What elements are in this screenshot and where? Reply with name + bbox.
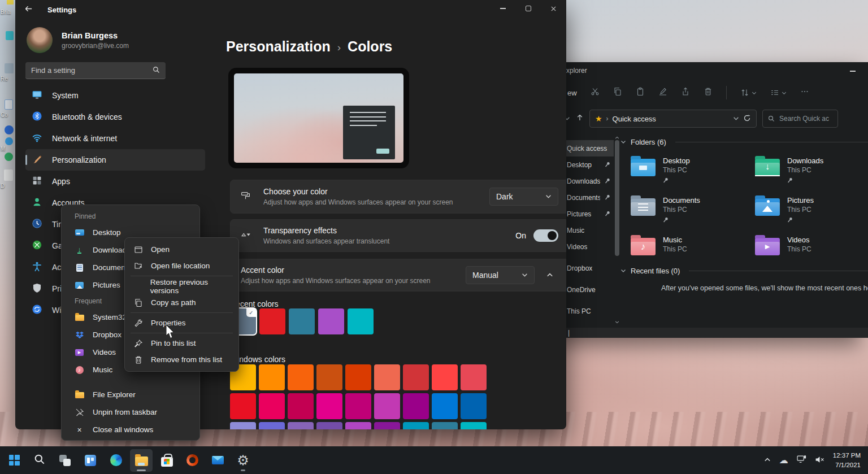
color-swatch[interactable] bbox=[289, 308, 315, 334]
sidebar-item-quick-access[interactable]: Quick access bbox=[558, 140, 614, 156]
color-swatch[interactable] bbox=[432, 393, 458, 419]
settings-titlebar[interactable]: Settings bbox=[15, 0, 566, 19]
color-swatch[interactable] bbox=[259, 364, 285, 390]
desktop-icon-fragment[interactable] bbox=[5, 137, 13, 145]
color-swatch[interactable] bbox=[230, 422, 256, 429]
menu-item-remove-from-list[interactable]: Remove from this list bbox=[125, 351, 238, 368]
office-button[interactable] bbox=[181, 449, 203, 472]
color-swatch[interactable] bbox=[348, 308, 374, 334]
folder-tile-documents[interactable]: DocumentsThis PC bbox=[631, 195, 755, 225]
store-button[interactable] bbox=[155, 449, 178, 472]
color-swatch[interactable] bbox=[316, 422, 342, 429]
color-swatch[interactable] bbox=[374, 422, 400, 429]
new-button[interactable]: ew bbox=[567, 89, 577, 97]
cut-icon[interactable] bbox=[591, 87, 600, 98]
menu-item-open-file-location[interactable]: Open file location bbox=[125, 258, 238, 274]
color-swatch[interactable] bbox=[403, 364, 429, 390]
desktop-icon-fragment[interactable] bbox=[6, 31, 14, 40]
color-swatch[interactable] bbox=[259, 393, 285, 419]
desktop-icon-fragment[interactable] bbox=[5, 125, 14, 134]
sidebar-item-dropbox[interactable]: Dropbox bbox=[558, 260, 614, 276]
volume-muted-icon[interactable] bbox=[815, 455, 824, 466]
folder-tile-music[interactable]: ♪ MusicThis PC bbox=[631, 234, 755, 255]
recent-files-section-header[interactable]: Recent files (0) bbox=[620, 267, 868, 275]
sidebar-item-onedrive[interactable]: OneDrive bbox=[558, 281, 614, 298]
menu-item-properties[interactable]: Properties bbox=[125, 315, 238, 331]
transparency-toggle[interactable] bbox=[533, 229, 558, 242]
mail-button[interactable] bbox=[206, 449, 229, 472]
sort-button[interactable] bbox=[740, 88, 757, 97]
taskbar-search-button[interactable] bbox=[28, 449, 51, 472]
color-swatch[interactable] bbox=[259, 422, 285, 429]
back-icon[interactable] bbox=[24, 5, 33, 15]
folder-tile-desktop[interactable]: DesktopThis PC bbox=[631, 155, 755, 185]
network-icon[interactable] bbox=[797, 455, 806, 466]
color-swatch[interactable] bbox=[288, 422, 314, 429]
collapse-icon[interactable] bbox=[620, 267, 626, 275]
color-swatch[interactable] bbox=[316, 393, 342, 419]
copy-icon[interactable] bbox=[613, 87, 622, 98]
sidebar-item-music[interactable]: Music bbox=[558, 222, 614, 238]
delete-icon[interactable] bbox=[704, 87, 713, 98]
user-profile[interactable]: Brian Burgess groovybrian@live.com bbox=[25, 27, 210, 53]
collapse-expander-icon[interactable] bbox=[541, 267, 558, 284]
sidebar-item-downloads[interactable]: Downloads bbox=[558, 173, 614, 189]
see-more-icon[interactable] bbox=[800, 87, 809, 98]
refresh-icon[interactable] bbox=[743, 114, 751, 124]
minimize-icon[interactable] bbox=[850, 71, 856, 72]
explorer-search-input[interactable]: Search Quick ac bbox=[762, 110, 838, 128]
sidebar-item-desktop[interactable]: Desktop bbox=[558, 156, 614, 173]
color-swatch[interactable] bbox=[345, 393, 371, 419]
close-icon[interactable] bbox=[541, 0, 566, 17]
color-swatch[interactable] bbox=[288, 364, 314, 390]
widgets-button[interactable] bbox=[79, 449, 102, 472]
jump-list-item-unpin[interactable]: Unpin from taskbar bbox=[62, 403, 199, 421]
sidebar-item-pictures[interactable]: Pictures bbox=[558, 206, 614, 222]
address-bar[interactable]: ★ › Quick access bbox=[589, 110, 757, 128]
folder-tile-videos[interactable]: ▶ VideosThis PC bbox=[755, 234, 868, 255]
desktop-icon-fragment[interactable] bbox=[5, 153, 13, 161]
collapse-icon[interactable] bbox=[620, 138, 626, 146]
menu-item-pin-to-list[interactable]: Pin to this list bbox=[125, 335, 238, 351]
folder-tile-downloads[interactable]: ↓ DownloadsThis PC bbox=[755, 155, 868, 185]
sidebar-item-system[interactable]: System bbox=[25, 85, 205, 106]
menu-item-restore-previous-versions[interactable]: Restore previous versions bbox=[125, 278, 238, 294]
file-explorer-button[interactable] bbox=[130, 449, 153, 472]
paste-icon[interactable] bbox=[636, 87, 645, 98]
up-icon[interactable] bbox=[576, 114, 584, 124]
clock[interactable]: 12:37 PM 7/1/2021 bbox=[833, 451, 861, 469]
explorer-titlebar[interactable]: xplorer bbox=[558, 62, 868, 79]
color-swatch[interactable] bbox=[374, 364, 400, 390]
desktop-icon-fragment[interactable] bbox=[7, 0, 14, 5]
accent-mode-dropdown[interactable]: Manual bbox=[466, 266, 535, 284]
sidebar-item-documents[interactable]: Documents bbox=[558, 189, 614, 206]
color-swatch[interactable] bbox=[259, 308, 285, 334]
start-button[interactable] bbox=[3, 449, 25, 472]
menu-item-copy-as-path[interactable]: Copy as path bbox=[125, 294, 238, 311]
color-swatch[interactable] bbox=[432, 364, 458, 390]
color-swatch[interactable] bbox=[461, 393, 487, 419]
sidebar-item-apps[interactable]: Apps bbox=[25, 171, 205, 192]
address-dropdown-icon[interactable] bbox=[733, 115, 739, 123]
sidebar-item-network[interactable]: Network & internet bbox=[25, 128, 205, 149]
color-swatch[interactable] bbox=[288, 393, 314, 419]
color-swatch[interactable] bbox=[316, 364, 342, 390]
color-swatch[interactable] bbox=[374, 393, 400, 419]
jump-list-item-close-all[interactable]: ×Close all windows bbox=[62, 421, 199, 438]
share-icon[interactable] bbox=[681, 87, 690, 98]
jump-list-item-file-explorer[interactable]: File Explorer bbox=[62, 386, 199, 403]
sidebar-item-this-pc[interactable]: This PC bbox=[558, 303, 614, 319]
maximize-icon[interactable] bbox=[515, 0, 541, 17]
menu-item-open[interactable]: Open bbox=[125, 241, 238, 258]
color-swatch[interactable] bbox=[318, 308, 344, 334]
folder-tile-pictures[interactable]: PicturesThis PC bbox=[755, 195, 868, 225]
color-swatch[interactable] bbox=[403, 393, 429, 419]
settings-button[interactable]: ⚙ bbox=[232, 449, 254, 472]
task-view-button[interactable] bbox=[54, 449, 76, 472]
tray-overflow-icon[interactable] bbox=[764, 455, 771, 466]
color-swatch[interactable] bbox=[403, 422, 429, 429]
choose-color-dropdown[interactable]: Dark bbox=[489, 188, 558, 206]
color-swatch[interactable] bbox=[461, 422, 487, 429]
edge-button[interactable] bbox=[105, 449, 127, 472]
color-swatch[interactable] bbox=[432, 422, 458, 429]
